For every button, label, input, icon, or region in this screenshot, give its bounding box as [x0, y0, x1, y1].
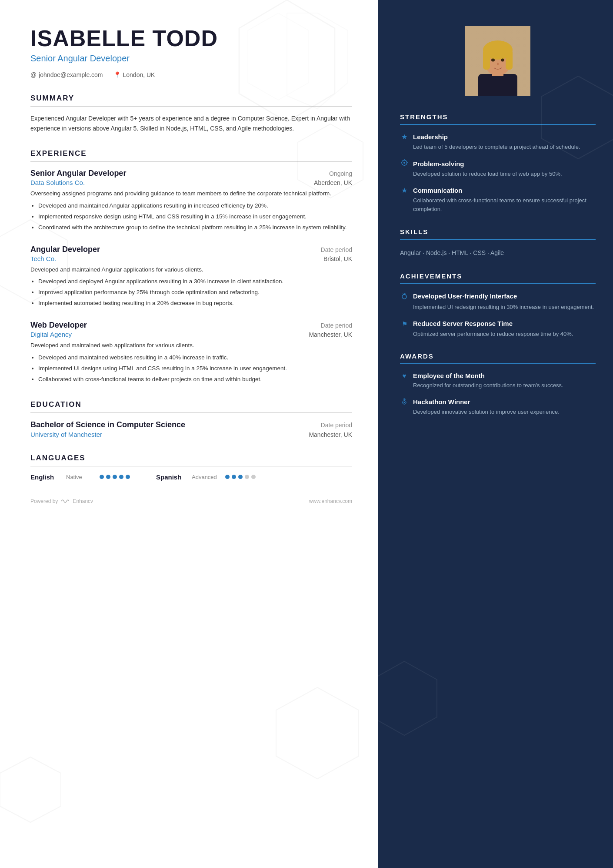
exp-bullet-1-1: Developed and maintained Angular applica… [38, 201, 352, 211]
edu-institution: University of Manchester [30, 431, 102, 438]
education-section: EDUCATION Bachelor of Science in Compute… [30, 400, 352, 438]
strength-item-2: Problem-solving Developed solution to re… [400, 159, 596, 178]
dot-1 [100, 475, 104, 479]
brand-name: Enhancv [73, 498, 93, 504]
svg-point-20 [403, 162, 405, 164]
achievement-icon-2: ⚑ [400, 320, 409, 328]
svg-point-18 [497, 63, 499, 65]
achievements-section: ACHIEVEMENTS Developed User-friendly Int… [400, 272, 596, 338]
svg-marker-3 [298, 124, 363, 198]
exp-bullet-1-3: Coordinated with the architecture group … [38, 223, 352, 233]
footer-website: www.enhancv.com [309, 498, 352, 504]
award-item-2: Hackathon Winner Developed innovative so… [400, 398, 596, 416]
strength-icon-3: ★ [400, 186, 409, 194]
enhancv-logo-icon [60, 498, 70, 504]
edu-degree: Bachelor of Science in Computer Science [30, 420, 185, 430]
lang-level-spanish: Advanced [192, 474, 220, 480]
exp-bullet-1-2: Implemented responsive design using HTML… [38, 212, 352, 222]
languages-title: LANGUAGES [30, 454, 352, 462]
svg-point-33 [404, 402, 405, 403]
dot-5 [251, 475, 256, 479]
achievements-title: ACHIEVEMENTS [400, 272, 596, 280]
exp-company-1: Data Solutions Co. [30, 179, 85, 186]
dot-1 [225, 475, 230, 479]
award-icon-2 [400, 398, 409, 406]
achievement-name-2: Reduced Server Response Time [413, 319, 513, 328]
exp-bullet-3-2: Implemented UI designs using HTML and CS… [38, 364, 352, 374]
exp-bullet-2-3: Implemented automated testing resulting … [38, 298, 352, 308]
exp-bullet-2-2: Improved application performance by 25% … [38, 288, 352, 298]
skills-title: SKILLS [400, 228, 596, 235]
lang-dots-english [100, 475, 130, 479]
achievements-divider [400, 283, 596, 284]
languages-section: LANGUAGES English Native Spanish Advance… [30, 454, 352, 481]
strength-icon-1: ★ [400, 133, 409, 141]
award-name-2: Hackathon Winner [413, 398, 470, 406]
footer-brand: Powered by Enhancv [30, 498, 93, 504]
svg-marker-4 [0, 220, 67, 302]
exp-bullets-1: Developed and maintained Angular applica… [30, 201, 352, 233]
edu-date: Date period [321, 422, 352, 429]
exp-bullet-2-1: Developed and deployed Angular applicati… [38, 277, 352, 287]
strength-desc-2: Developed solution to reduce load time o… [400, 170, 596, 178]
award-name-1: Employee of the Month [413, 372, 485, 379]
skills-divider [400, 239, 596, 240]
achievement-item-2: ⚑ Reduced Server Response Time Optimized… [400, 319, 596, 338]
svg-marker-2 [248, 13, 309, 100]
skills-text: Angular · Node.js · HTML · CSS · Agile [400, 248, 596, 258]
education-divider [30, 412, 352, 413]
exp-date-2: Date period [321, 246, 352, 253]
exp-header-row-3: Web Developer Date period [30, 321, 352, 330]
exp-location-2: Bristol, UK [323, 255, 352, 262]
award-header-2: Hackathon Winner [400, 398, 596, 406]
profile-photo [465, 26, 530, 96]
strength-desc-3: Collaborated with cross-functional teams… [400, 196, 596, 214]
award-desc-2: Developed innovative solution to improve… [400, 408, 596, 416]
exp-bullets-3: Developed and maintained websites result… [30, 353, 352, 385]
achievement-item-1: Developed User-friendly Interface Implem… [400, 292, 596, 312]
strength-name-2: Problem-solving [413, 160, 464, 168]
strength-item-3: ★ Communication Collaborated with cross-… [400, 186, 596, 214]
edu-header-row: Bachelor of Science in Computer Science … [30, 420, 352, 430]
svg-marker-6 [0, 757, 61, 822]
exp-bullet-3-3: Collaborated with cross-functional teams… [38, 375, 352, 385]
achievement-icon-1 [400, 293, 409, 301]
svg-rect-10 [478, 74, 517, 96]
edu-location: Manchester, UK [309, 431, 352, 438]
awards-divider [400, 363, 596, 364]
svg-marker-8 [378, 661, 437, 735]
achievement-desc-2: Optimized server performance to reduce r… [400, 330, 596, 338]
strength-header-3: ★ Communication [400, 186, 596, 194]
languages-row: English Native Spanish Advanced [30, 473, 352, 481]
languages-divider [30, 466, 352, 466]
svg-point-25 [402, 295, 406, 299]
lang-level-english: Native [66, 474, 94, 480]
exp-company-3: Digital Agency [30, 331, 72, 338]
awards-section: AWARDS ♥ Employee of the Month Recognize… [400, 352, 596, 416]
dot-5 [126, 475, 130, 479]
right-column: STRENGTHS ★ Leadership Led team of 5 dev… [378, 0, 613, 868]
exp-company-row-2: Tech Co. Bristol, UK [30, 255, 352, 262]
achievement-name-1: Developed User-friendly Interface [413, 292, 517, 301]
svg-marker-5 [276, 687, 359, 779]
photo-placeholder [465, 26, 530, 96]
svg-rect-14 [483, 50, 490, 70]
exp-header-row-2: Angular Developer Date period [30, 245, 352, 254]
achievement-header-2: ⚑ Reduced Server Response Time [400, 319, 596, 328]
email-contact: @ johndoe@example.com [30, 71, 103, 78]
location-contact: 📍 London, UK [113, 71, 155, 78]
powered-by-label: Powered by [30, 498, 58, 504]
exp-title-1: Senior Angular Developer [30, 169, 126, 178]
lang-name-spanish: Spanish [156, 473, 187, 481]
dot-4 [245, 475, 249, 479]
dot-2 [106, 475, 110, 479]
experience-entry-2: Angular Developer Date period Tech Co. B… [30, 245, 352, 308]
svg-marker-1 [287, 13, 348, 109]
photo-svg [465, 26, 530, 96]
svg-rect-15 [506, 50, 513, 70]
strength-name-3: Communication [413, 187, 462, 194]
dot-4 [119, 475, 123, 479]
svg-point-16 [491, 59, 495, 62]
dot-3 [238, 475, 243, 479]
lang-dots-spanish [225, 475, 256, 479]
